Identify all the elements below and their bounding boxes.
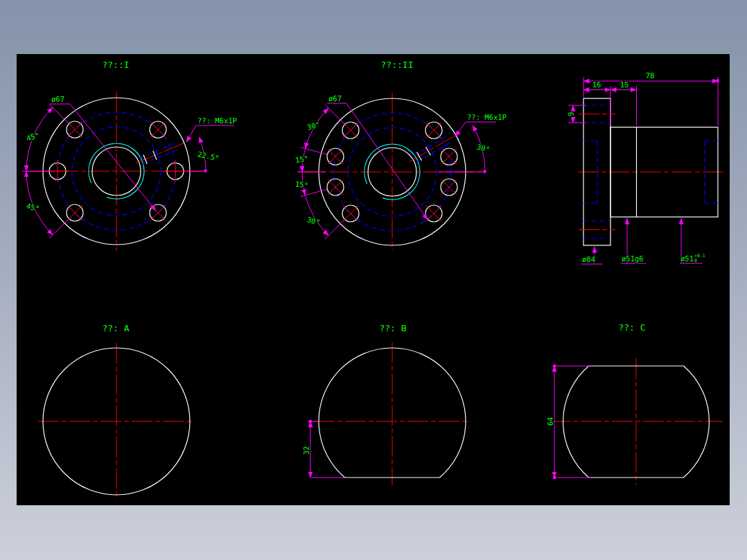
dia-label: ø84 (582, 255, 595, 263)
view-side: 78 16 15 9 ø84 ø51g6 (567, 71, 724, 264)
dim-label: 30° (306, 120, 321, 132)
tapped-hole (150, 204, 166, 221)
view-title: ??: A (102, 323, 129, 333)
view-title: ??::II (381, 60, 414, 70)
dim-label: 15° (295, 180, 308, 190)
flange-bolt-hole-top (579, 105, 615, 123)
tapped-hole (150, 121, 166, 138)
dim-label: 45° (26, 202, 40, 213)
leader-end-dia: ø51 +0.1 0 (680, 218, 705, 263)
tapped-hole (425, 205, 442, 222)
flange-bolt-hole-bottom (579, 221, 615, 238)
dim-angle-right: 30° (439, 125, 491, 173)
dim-angle-45-upper: 45° (22, 104, 69, 171)
dim-segment: 15 (610, 80, 637, 125)
thread-callout-label: ??: M6x1P (467, 113, 507, 121)
dia-label: ø51 (680, 254, 694, 263)
dim-label: 9 (567, 112, 575, 116)
dim-label: 15° (295, 154, 308, 164)
tapped-hole (327, 179, 344, 195)
dim-label: 30° (306, 215, 321, 227)
thread-callout-label: ??: M6x1P (197, 116, 237, 125)
view-front-I: ø67 45° 45° 22.5° ??: M6x1P ??::I (22, 60, 237, 251)
tapped-hole (342, 122, 359, 139)
view-section-A: ??: A (38, 323, 195, 500)
dim-label: 16 (592, 80, 601, 89)
dim-label: ø67 (51, 95, 64, 103)
dim-label: 15 (620, 80, 629, 89)
dim-angle-45-lower: 45° (26, 171, 69, 238)
cad-drawing: ø67 45° 45° 22.5° ??: M6x1P ??::I (17, 54, 730, 505)
tapped-hole (342, 205, 359, 222)
leader-body-dia: ø51g6 (621, 218, 646, 263)
leader-flange-dia: ø84 (581, 247, 603, 264)
dim-label: 22.5° (197, 150, 220, 162)
dim-label: 30° (476, 142, 491, 154)
dim-bolt-circle-dia: ø67 (327, 94, 428, 220)
tapped-hole (67, 121, 83, 138)
tapped-hole (441, 179, 457, 195)
dim-label: 78 (646, 71, 655, 80)
dim-label: 32 (302, 446, 310, 455)
view-title: ??: B (379, 323, 406, 333)
dim-label: ø67 (328, 94, 342, 103)
tolerance-lower: 0 (694, 258, 697, 263)
view-front-II: ø67 30° 15° 15° 30° 30° ??: M6x1P (295, 60, 507, 250)
view-section-C: 64 ??: C (546, 322, 723, 484)
callout-thread: ??: M6x1P (455, 113, 507, 137)
dim-flange-width: 16 (583, 80, 610, 125)
callout-thread: ??: M6x1P (186, 116, 237, 142)
dim-angle-22-5: 22.5° (187, 137, 220, 173)
dim-label: 45° (26, 131, 40, 143)
view-title: ??: C (618, 322, 645, 333)
bolt-hole (164, 160, 186, 182)
view-title: ??::I (102, 60, 129, 70)
dim-bolt-circle-dia: ø67 (50, 95, 156, 211)
radial-thread-hole (136, 142, 186, 164)
tapped-hole (425, 122, 442, 139)
view-section-B: 32 ??: B (302, 323, 471, 485)
dim-label: 64 (546, 417, 554, 426)
tapped-hole (327, 148, 344, 165)
drawing-canvas: ø67 45° 45° 22.5° ??: M6x1P ??::I (17, 54, 730, 505)
tapped-hole (67, 204, 83, 221)
dim-flat-offset: 32 (302, 420, 344, 478)
tapped-hole (441, 148, 457, 165)
dia-label: ø51g6 (622, 254, 644, 263)
